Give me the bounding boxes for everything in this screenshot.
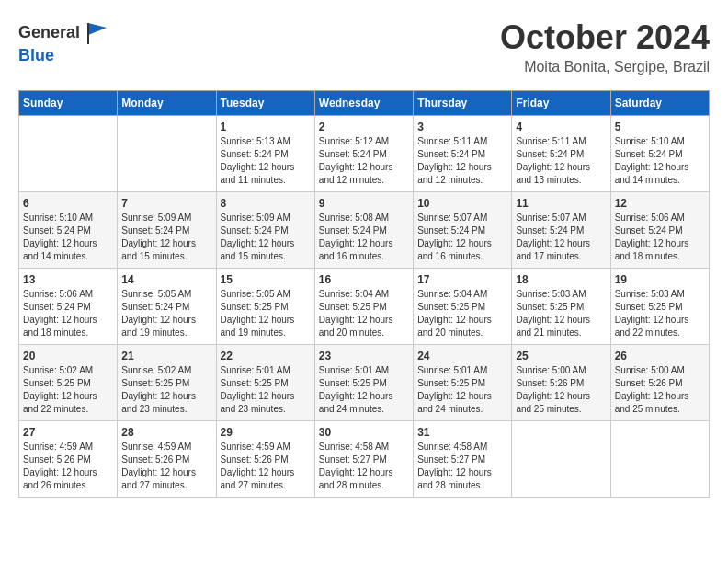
day-number: 13 bbox=[23, 273, 113, 286]
day-number: 25 bbox=[516, 350, 606, 362]
calendar-cell: 5Sunrise: 5:10 AMSunset: 5:24 PMDaylight… bbox=[610, 116, 709, 192]
day-number: 8 bbox=[221, 197, 311, 210]
calendar-cell: 1Sunrise: 5:13 AMSunset: 5:24 PMDaylight… bbox=[216, 116, 314, 192]
day-info: Sunrise: 5:02 AMSunset: 5:25 PMDaylight:… bbox=[23, 364, 113, 416]
day-info: Sunrise: 5:01 AMSunset: 5:25 PMDaylight:… bbox=[417, 364, 507, 416]
calendar-cell: 17Sunrise: 5:04 AMSunset: 5:25 PMDayligh… bbox=[414, 269, 512, 345]
day-number: 26 bbox=[615, 350, 705, 362]
day-number: 20 bbox=[23, 350, 113, 362]
day-of-week-tuesday: Tuesday bbox=[216, 91, 314, 116]
calendar-cell: 14Sunrise: 5:05 AMSunset: 5:24 PMDayligh… bbox=[118, 269, 216, 345]
calendar-cell: 13Sunrise: 5:06 AMSunset: 5:24 PMDayligh… bbox=[19, 269, 118, 345]
calendar-cell: 4Sunrise: 5:11 AMSunset: 5:24 PMDaylight… bbox=[512, 116, 610, 192]
day-info: Sunrise: 5:01 AMSunset: 5:25 PMDaylight:… bbox=[319, 364, 409, 416]
day-info: Sunrise: 5:11 AMSunset: 5:24 PMDaylight:… bbox=[516, 135, 606, 187]
day-number: 18 bbox=[516, 273, 606, 286]
calendar-cell: 3Sunrise: 5:11 AMSunset: 5:24 PMDaylight… bbox=[414, 116, 512, 192]
day-info: Sunrise: 4:59 AMSunset: 5:26 PMDaylight:… bbox=[121, 441, 211, 492]
day-number: 24 bbox=[417, 350, 507, 362]
day-info: Sunrise: 5:09 AMSunset: 5:24 PMDaylight:… bbox=[221, 212, 311, 263]
day-number: 16 bbox=[319, 273, 409, 286]
day-of-week-saturday: Saturday bbox=[610, 91, 709, 116]
calendar-week-row: 6Sunrise: 5:10 AMSunset: 5:24 PMDaylight… bbox=[19, 192, 710, 269]
day-info: Sunrise: 4:58 AMSunset: 5:27 PMDaylight:… bbox=[319, 441, 409, 492]
calendar-cell: 18Sunrise: 5:03 AMSunset: 5:25 PMDayligh… bbox=[512, 269, 610, 345]
day-info: Sunrise: 5:01 AMSunset: 5:25 PMDaylight:… bbox=[221, 364, 311, 416]
day-info: Sunrise: 5:00 AMSunset: 5:26 PMDaylight:… bbox=[615, 364, 705, 416]
day-info: Sunrise: 4:58 AMSunset: 5:27 PMDaylight:… bbox=[417, 441, 507, 492]
day-number: 29 bbox=[221, 426, 311, 439]
day-info: Sunrise: 5:10 AMSunset: 5:24 PMDaylight:… bbox=[23, 212, 113, 263]
day-info: Sunrise: 5:04 AMSunset: 5:25 PMDaylight:… bbox=[417, 288, 507, 339]
day-of-week-thursday: Thursday bbox=[414, 91, 512, 116]
month-title: October 2024 bbox=[500, 18, 710, 57]
logo-general: General bbox=[18, 23, 80, 42]
page-header: General Blue October 2024 Moita Bonita, … bbox=[18, 18, 710, 75]
calendar-week-row: 27Sunrise: 4:59 AMSunset: 5:26 PMDayligh… bbox=[19, 421, 710, 498]
day-info: Sunrise: 5:00 AMSunset: 5:26 PMDaylight:… bbox=[516, 364, 606, 416]
day-info: Sunrise: 5:05 AMSunset: 5:25 PMDaylight:… bbox=[221, 288, 311, 339]
day-info: Sunrise: 5:07 AMSunset: 5:24 PMDaylight:… bbox=[417, 212, 507, 263]
logo-blue: Blue bbox=[18, 46, 54, 64]
day-info: Sunrise: 5:11 AMSunset: 5:24 PMDaylight:… bbox=[417, 135, 507, 187]
calendar-cell: 29Sunrise: 4:59 AMSunset: 5:26 PMDayligh… bbox=[216, 421, 314, 498]
calendar-cell: 20Sunrise: 5:02 AMSunset: 5:25 PMDayligh… bbox=[19, 345, 118, 421]
calendar-table: SundayMondayTuesdayWednesdayThursdayFrid… bbox=[18, 90, 710, 498]
day-number: 28 bbox=[121, 426, 211, 439]
calendar-cell: 7Sunrise: 5:09 AMSunset: 5:24 PMDaylight… bbox=[118, 192, 216, 269]
day-info: Sunrise: 5:03 AMSunset: 5:25 PMDaylight:… bbox=[516, 288, 606, 339]
day-number: 6 bbox=[23, 197, 113, 210]
calendar-cell: 21Sunrise: 5:02 AMSunset: 5:25 PMDayligh… bbox=[118, 345, 216, 421]
day-number: 9 bbox=[319, 197, 409, 210]
day-info: Sunrise: 5:08 AMSunset: 5:24 PMDaylight:… bbox=[319, 212, 409, 263]
calendar-cell: 24Sunrise: 5:01 AMSunset: 5:25 PMDayligh… bbox=[414, 345, 512, 421]
calendar-week-row: 20Sunrise: 5:02 AMSunset: 5:25 PMDayligh… bbox=[19, 345, 710, 421]
day-info: Sunrise: 5:13 AMSunset: 5:24 PMDaylight:… bbox=[221, 135, 311, 187]
title-block: October 2024 Moita Bonita, Sergipe, Braz… bbox=[500, 18, 710, 75]
calendar-cell: 27Sunrise: 4:59 AMSunset: 5:26 PMDayligh… bbox=[19, 421, 118, 498]
day-info: Sunrise: 5:04 AMSunset: 5:25 PMDaylight:… bbox=[319, 288, 409, 339]
day-info: Sunrise: 4:59 AMSunset: 5:26 PMDaylight:… bbox=[23, 441, 113, 492]
day-info: Sunrise: 5:07 AMSunset: 5:24 PMDaylight:… bbox=[516, 212, 606, 263]
calendar-cell: 30Sunrise: 4:58 AMSunset: 5:27 PMDayligh… bbox=[314, 421, 413, 498]
calendar-cell: 8Sunrise: 5:09 AMSunset: 5:24 PMDaylight… bbox=[216, 192, 314, 269]
day-number: 7 bbox=[121, 197, 211, 210]
day-number: 31 bbox=[417, 426, 507, 439]
day-info: Sunrise: 5:05 AMSunset: 5:24 PMDaylight:… bbox=[121, 288, 211, 339]
day-number: 23 bbox=[319, 350, 409, 362]
day-number: 17 bbox=[417, 273, 507, 286]
location-subtitle: Moita Bonita, Sergipe, Brazil bbox=[500, 59, 710, 75]
calendar-cell: 2Sunrise: 5:12 AMSunset: 5:24 PMDaylight… bbox=[314, 116, 413, 192]
calendar-cell bbox=[118, 116, 216, 192]
calendar-cell: 23Sunrise: 5:01 AMSunset: 5:25 PMDayligh… bbox=[314, 345, 413, 421]
calendar-cell: 28Sunrise: 4:59 AMSunset: 5:26 PMDayligh… bbox=[118, 421, 216, 498]
calendar-cell: 26Sunrise: 5:00 AMSunset: 5:26 PMDayligh… bbox=[610, 345, 709, 421]
logo: General Blue bbox=[18, 18, 111, 65]
day-number: 21 bbox=[121, 350, 211, 362]
day-info: Sunrise: 5:12 AMSunset: 5:24 PMDaylight:… bbox=[319, 135, 409, 187]
calendar-cell bbox=[512, 421, 610, 498]
day-number: 12 bbox=[615, 197, 705, 210]
calendar-cell: 6Sunrise: 5:10 AMSunset: 5:24 PMDaylight… bbox=[19, 192, 118, 269]
day-of-week-wednesday: Wednesday bbox=[314, 91, 413, 116]
day-number: 19 bbox=[615, 273, 705, 286]
day-number: 2 bbox=[319, 121, 409, 133]
calendar-cell: 22Sunrise: 5:01 AMSunset: 5:25 PMDayligh… bbox=[216, 345, 314, 421]
calendar-cell: 15Sunrise: 5:05 AMSunset: 5:25 PMDayligh… bbox=[216, 269, 314, 345]
day-info: Sunrise: 5:02 AMSunset: 5:25 PMDaylight:… bbox=[121, 364, 211, 416]
day-number: 14 bbox=[121, 273, 211, 286]
day-number: 30 bbox=[319, 426, 409, 439]
day-number: 5 bbox=[615, 121, 705, 133]
day-info: Sunrise: 5:06 AMSunset: 5:24 PMDaylight:… bbox=[23, 288, 113, 339]
day-info: Sunrise: 5:09 AMSunset: 5:24 PMDaylight:… bbox=[121, 212, 211, 263]
day-number: 3 bbox=[417, 121, 507, 133]
calendar-week-row: 13Sunrise: 5:06 AMSunset: 5:24 PMDayligh… bbox=[19, 269, 710, 345]
calendar-week-row: 1Sunrise: 5:13 AMSunset: 5:24 PMDaylight… bbox=[19, 116, 710, 192]
calendar-cell: 16Sunrise: 5:04 AMSunset: 5:25 PMDayligh… bbox=[314, 269, 413, 345]
calendar-cell: 19Sunrise: 5:03 AMSunset: 5:25 PMDayligh… bbox=[610, 269, 709, 345]
day-number: 10 bbox=[417, 197, 507, 210]
day-number: 15 bbox=[221, 273, 311, 286]
day-of-week-friday: Friday bbox=[512, 91, 610, 116]
day-of-week-monday: Monday bbox=[118, 91, 216, 116]
logo-flag-icon bbox=[84, 18, 111, 46]
